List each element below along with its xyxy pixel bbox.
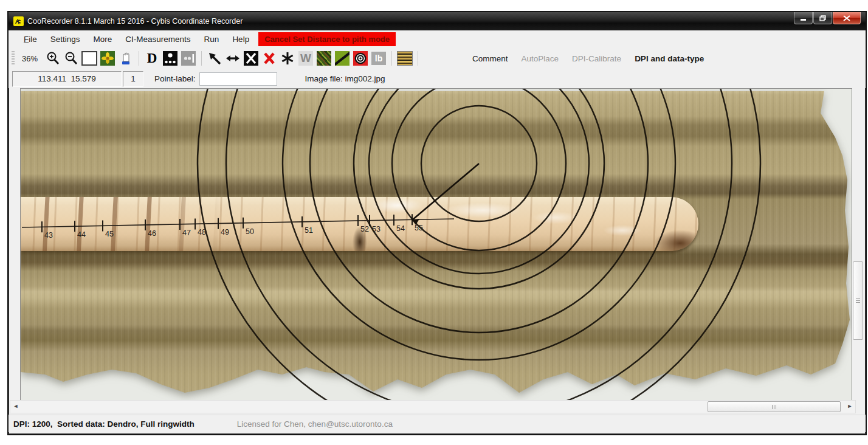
measurement-tick-50[interactable]: 50 [243,218,254,236]
pan-hand-icon[interactable] [118,50,134,66]
arrow-northwest-icon[interactable] [207,50,222,66]
horizontal-scrollbar-thumb[interactable] [708,401,841,412]
svg-text:52: 52 [360,225,369,233]
zoom-out-icon[interactable] [63,50,79,66]
red-x-icon[interactable] [261,50,277,66]
title-bar[interactable]: CooRecorder 8.1.1 March 15 2016 - Cybis … [9,12,866,30]
status-bar: DPI: 1200, Sorted data: Dendro, Full rin… [9,415,866,432]
cancel-set-distance-to-pith-button[interactable]: Cancel Set Distance to pith mode [258,32,396,46]
app-window: CooRecorder 8.1.1 March 15 2016 - Cybis … [7,11,867,435]
svg-text:50: 50 [246,227,254,236]
vertical-scrollbar[interactable] [852,88,863,399]
measurement-tick-49[interactable]: 49 [218,218,229,236]
app-icon [13,16,24,26]
window-title: CooRecorder 8.1.1 March 15 2016 - Cybis … [27,17,243,26]
point-label-input[interactable] [199,72,277,86]
image-canvas[interactable]: 43444546474849505152535455 [20,88,852,401]
measurement-tick-43[interactable]: 43 [42,221,53,240]
svg-text:44: 44 [77,230,86,239]
vertical-scrollbar-thumb[interactable] [853,261,863,340]
status-license: Licensed for Chen, chen@utsc.utoronto.ca [237,419,393,429]
point-number: 1 [123,71,143,87]
svg-text:43: 43 [44,231,53,240]
measurement-tick-47[interactable]: 47 [180,219,191,237]
toolbar-separator [418,51,418,66]
measurement-tick-53[interactable]: 53 [370,215,381,233]
measurement-tick-44[interactable]: 44 [75,221,86,239]
pith-circles [198,89,760,400]
asterisk-point-icon[interactable] [280,50,295,66]
dpi-calibrate-button: DPI-Calibrate [572,54,621,63]
zoom-in-icon[interactable] [45,50,61,66]
x-square-icon[interactable] [243,50,259,66]
toolbar: 36% DWlb CommentAutoPlaceDPI-CalibrateDP… [9,47,866,70]
menu-bar: FileSettingsMoreCI-MeasurementsRunHelp C… [9,30,866,48]
window-controls [793,12,861,24]
measurement-tick-52[interactable]: 52 [358,215,369,233]
menu-more[interactable]: More [87,32,119,46]
svg-text:47: 47 [182,229,191,237]
points-pattern-icon[interactable] [162,50,178,66]
scroll-left-arrow[interactable]: ◄ [10,401,21,412]
measurement-tick-54[interactable]: 54 [394,215,405,233]
svg-text:46: 46 [148,229,156,238]
green-diagonal-icon[interactable] [334,50,350,66]
wood-texture-icon[interactable] [316,50,332,66]
toolbar-text-buttons: CommentAutoPlaceDPI-CalibrateDPI and dat… [466,54,711,63]
menu-file[interactable]: File [17,32,44,46]
measurement-overlay: 43444546474849505152535455 [21,89,852,400]
measurement-tick-45[interactable]: 45 [103,220,114,238]
menu-ci-measurements[interactable]: CI-Measurements [119,32,197,46]
autoplace-button: AutoPlace [522,54,559,63]
minimize-button[interactable] [794,12,813,24]
core-sample-icon[interactable] [397,50,413,66]
lb-icon[interactable]: lb [371,50,387,66]
w-tool-icon[interactable]: W [298,50,314,66]
svg-text:51: 51 [305,226,313,235]
menu-run[interactable]: Run [198,32,226,46]
arrow-horizontal-icon[interactable] [225,50,241,66]
toolbar-separator [139,51,139,66]
cursor-coordinates: 113.411 15.579 [12,71,122,87]
toolbar-separator [391,51,392,66]
svg-text:49: 49 [221,228,229,236]
restore-button[interactable] [813,12,832,24]
svg-text:48: 48 [198,228,206,236]
comment-button[interactable]: Comment [472,54,508,63]
d-points-mode-icon[interactable]: D [144,50,160,66]
pith-bullseye-icon[interactable] [353,50,368,66]
dpi-datatype-button[interactable]: DPI and data-type [635,54,704,63]
measurement-tick-55[interactable]: 55 [412,214,423,232]
rectangle-select-icon[interactable] [81,50,97,66]
image-file-label: Image file: img002.jpg [305,74,385,83]
status-dpi-info: DPI: 1200, Sorted data: Dendro, Full rin… [13,419,195,429]
toolbar-icons: DWlb [44,50,422,66]
scroll-right-arrow[interactable]: ► [844,401,855,412]
svg-text:55: 55 [415,224,423,232]
coordinate-bar: 113.411 15.579 1 Point-label: Image file… [9,69,866,88]
zoom-level-label: 36% [22,54,38,63]
menu-settings[interactable]: Settings [44,32,87,46]
measurement-tick-51[interactable]: 51 [302,216,313,235]
measurement-tick-46[interactable]: 46 [145,219,156,238]
screenshot-root: CooRecorder 8.1.1 March 15 2016 - Cybis … [0,0,868,445]
svg-text:53: 53 [372,225,381,233]
menu-items: FileSettingsMoreCI-MeasurementsRunHelp [17,32,256,46]
menu-help[interactable]: Help [226,32,256,46]
flower-image-icon[interactable] [100,50,115,66]
svg-text:54: 54 [396,224,405,233]
horizontal-scrollbar[interactable]: ◄ ► [10,400,856,413]
toolbar-separator [201,51,202,66]
svg-text:45: 45 [105,230,114,238]
toolbar-grip [12,51,15,66]
point-label-caption: Point-label: [154,74,196,83]
gap-points-icon[interactable] [181,50,196,66]
close-button[interactable] [833,12,861,24]
